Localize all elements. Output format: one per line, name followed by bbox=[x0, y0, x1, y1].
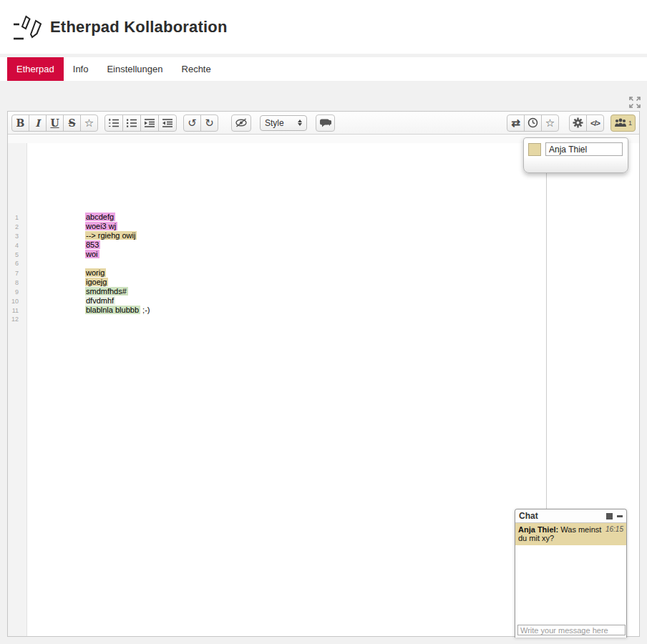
line-number: 6 bbox=[8, 259, 23, 268]
chat-message: 16:15Anja Thiel: Was meinst du mit xy? bbox=[515, 523, 626, 545]
style-dropdown-label: Style bbox=[265, 118, 284, 128]
editor-toolbar: B I U S ☆ bbox=[8, 112, 639, 135]
editor-line: 10dfvdmhf bbox=[8, 296, 639, 306]
line-number: 9 bbox=[8, 288, 23, 297]
chat-timestamp: 16:15 bbox=[605, 525, 623, 534]
indent-icon bbox=[144, 118, 155, 128]
editor-line: 4853 bbox=[8, 240, 639, 250]
select-arrows-icon bbox=[298, 119, 302, 126]
line-text: abcdefg bbox=[85, 213, 115, 222]
line-text: worig bbox=[85, 268, 106, 278]
save-revision-button[interactable]: ☆ bbox=[541, 114, 559, 132]
line-text: smdmfhds# bbox=[85, 287, 128, 296]
strikethrough-button[interactable]: S bbox=[63, 114, 81, 132]
unordered-list-icon bbox=[126, 118, 137, 128]
editor-line: 5woi bbox=[8, 250, 639, 259]
swap-arrows-icon: ⇄ bbox=[511, 117, 520, 128]
user-count-badge: 1 bbox=[628, 119, 632, 127]
line-text: woei3 wj bbox=[85, 222, 117, 231]
editor-line: 3--> rgiehg owij bbox=[8, 231, 639, 240]
undo-button[interactable]: ↺ bbox=[183, 114, 201, 132]
timeslider-button[interactable] bbox=[524, 114, 542, 132]
page-title: Etherpad Kollaboration bbox=[50, 18, 228, 36]
etherpad-logo-icon bbox=[11, 12, 43, 42]
chat-minimize-icon[interactable] bbox=[617, 515, 623, 517]
chat-popout-icon[interactable] bbox=[606, 513, 613, 519]
highlight-star-button[interactable]: ☆ bbox=[80, 114, 98, 132]
unordered-list-button[interactable] bbox=[122, 114, 141, 132]
editor-line: 6 bbox=[8, 259, 639, 268]
comment-bubble-icon bbox=[319, 118, 331, 128]
editor-line: 9smdmfhds# bbox=[8, 287, 639, 296]
ordered-list-icon bbox=[108, 118, 120, 128]
ordered-list-button[interactable] bbox=[104, 114, 123, 132]
bold-button[interactable]: B bbox=[11, 114, 29, 132]
line-number: 4 bbox=[8, 241, 23, 250]
editor-line: 12 bbox=[8, 315, 639, 324]
chat-box: Chat 16:15Anja Thiel: Was meinst du mit … bbox=[515, 509, 627, 638]
line-text: blablnla blubbb ;-) bbox=[85, 306, 150, 315]
underline-button[interactable]: U bbox=[46, 114, 64, 132]
user-row bbox=[528, 142, 623, 156]
line-number: 8 bbox=[8, 278, 23, 288]
italic-icon: I bbox=[35, 117, 40, 129]
eye-off-icon bbox=[235, 118, 248, 127]
fullscreen-expand-icon[interactable] bbox=[627, 94, 643, 110]
underline-icon: U bbox=[50, 117, 59, 129]
star-icon: ☆ bbox=[545, 117, 555, 130]
indent-button[interactable] bbox=[140, 114, 159, 132]
users-popup bbox=[523, 137, 628, 173]
star-icon: ☆ bbox=[84, 117, 94, 130]
editor-line: 2woei3 wj bbox=[8, 222, 639, 231]
user-color-swatch[interactable] bbox=[528, 143, 541, 156]
line-number: 12 bbox=[8, 315, 23, 324]
line-number: 10 bbox=[8, 297, 23, 306]
chat-author: Anja Thiel: bbox=[518, 525, 558, 534]
import-export-button[interactable]: ⇄ bbox=[507, 114, 525, 132]
users-icon bbox=[614, 118, 627, 127]
outdent-icon bbox=[162, 118, 173, 128]
strikethrough-icon: S bbox=[68, 117, 75, 129]
outdent-button[interactable] bbox=[158, 114, 177, 132]
editor-line: 8igoejg bbox=[8, 278, 639, 287]
tab-rechte[interactable]: Rechte bbox=[172, 57, 220, 81]
app-header: Etherpad Kollaboration bbox=[0, 0, 647, 54]
editor-line: 1abcdefg bbox=[8, 213, 639, 222]
embed-code-icon: </> bbox=[590, 119, 600, 127]
undo-icon: ↺ bbox=[188, 117, 197, 128]
redo-icon: ↻ bbox=[205, 117, 214, 128]
settings-button[interactable] bbox=[569, 114, 587, 132]
etherpad-frame: B I U S ☆ bbox=[7, 111, 640, 637]
tab-bar: EtherpadInfoEinstellungenRechte bbox=[0, 57, 647, 81]
line-text: --> rgiehg owij bbox=[85, 231, 137, 240]
editor-lines[interactable]: 1abcdefg2woei3 wj3--> rgiehg owij48535wo… bbox=[8, 213, 639, 324]
tab-info[interactable]: Info bbox=[64, 57, 98, 81]
gear-icon bbox=[573, 117, 583, 128]
chat-title: Chat bbox=[519, 511, 538, 521]
line-number: 3 bbox=[8, 232, 23, 241]
style-dropdown[interactable]: Style bbox=[260, 115, 307, 131]
tab-etherpad[interactable]: Etherpad bbox=[7, 57, 64, 81]
bold-icon: B bbox=[16, 117, 25, 129]
line-text: woi bbox=[85, 250, 99, 259]
line-text: igoejg bbox=[85, 278, 108, 287]
tab-einstellungen[interactable]: Einstellungen bbox=[97, 57, 172, 81]
line-number: 1 bbox=[8, 213, 23, 223]
line-text: dfvdmhf bbox=[85, 296, 115, 306]
italic-button[interactable]: I bbox=[29, 114, 47, 132]
comment-button[interactable] bbox=[316, 114, 335, 132]
editor-line: 7worig bbox=[8, 268, 639, 278]
redo-button[interactable]: ↻ bbox=[200, 114, 218, 132]
show-users-button[interactable]: 1 bbox=[610, 114, 636, 132]
clear-authorship-button[interactable] bbox=[231, 114, 251, 132]
clock-icon bbox=[527, 117, 538, 128]
line-number: 7 bbox=[8, 269, 23, 278]
username-input[interactable] bbox=[545, 142, 623, 156]
editor-line: 11blablnla blubbb ;-) bbox=[8, 306, 639, 315]
chat-header[interactable]: Chat bbox=[515, 509, 626, 523]
embed-button[interactable]: </> bbox=[586, 114, 604, 132]
chat-input[interactable] bbox=[517, 625, 626, 635]
line-number: 2 bbox=[8, 223, 23, 232]
line-text: 853 bbox=[85, 240, 100, 250]
